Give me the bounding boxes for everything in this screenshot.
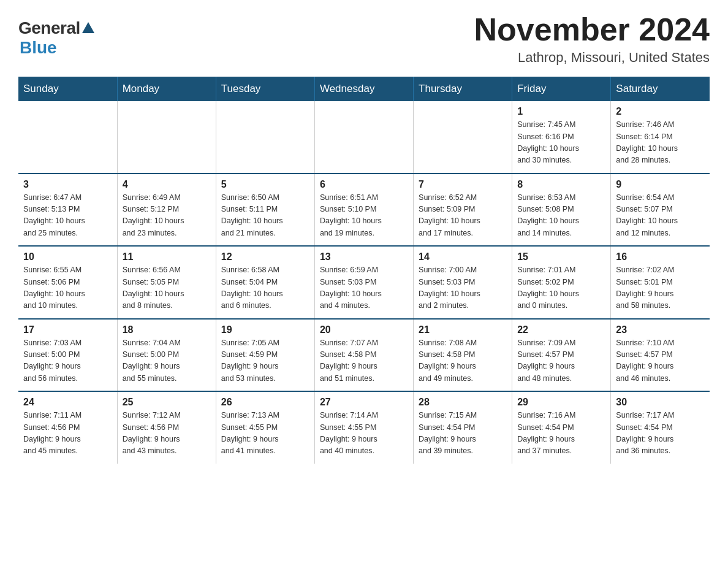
day-number: 11 [123,251,211,262]
day-number: 29 [517,397,605,408]
day-number: 24 [23,397,112,408]
calendar-day-cell: 24Sunrise: 7:11 AM Sunset: 4:56 PM Dayli… [18,391,117,464]
day-info: Sunrise: 7:01 AM Sunset: 5:02 PM Dayligh… [517,264,605,312]
day-info: Sunrise: 7:03 AM Sunset: 5:00 PM Dayligh… [23,337,112,385]
calendar-day-cell: 13Sunrise: 6:59 AM Sunset: 5:03 PM Dayli… [314,246,413,319]
calendar-day-cell: 17Sunrise: 7:03 AM Sunset: 5:00 PM Dayli… [18,319,117,392]
title-area: November 2024 Lathrop, Missouri, United … [474,12,710,66]
calendar-day-cell: 16Sunrise: 7:02 AM Sunset: 5:01 PM Dayli… [611,246,710,319]
calendar-week-row: 17Sunrise: 7:03 AM Sunset: 5:00 PM Dayli… [18,319,710,392]
day-info: Sunrise: 6:56 AM Sunset: 5:05 PM Dayligh… [123,264,211,312]
day-of-week-header: Tuesday [216,77,314,101]
calendar-day-cell [216,101,314,174]
calendar-day-cell: 12Sunrise: 6:58 AM Sunset: 5:04 PM Dayli… [216,246,314,319]
calendar-day-cell: 20Sunrise: 7:07 AM Sunset: 4:58 PM Dayli… [314,319,413,392]
day-info: Sunrise: 7:12 AM Sunset: 4:56 PM Dayligh… [123,410,211,458]
calendar-day-cell: 3Sunrise: 6:47 AM Sunset: 5:13 PM Daylig… [18,174,117,247]
calendar-day-cell: 21Sunrise: 7:08 AM Sunset: 4:58 PM Dayli… [414,319,512,392]
day-number: 7 [419,179,507,190]
day-number: 3 [23,179,112,190]
day-number: 26 [221,397,309,408]
calendar-header-row: SundayMondayTuesdayWednesdayThursdayFrid… [18,77,710,101]
calendar-day-cell: 10Sunrise: 6:55 AM Sunset: 5:06 PM Dayli… [18,246,117,319]
day-number: 27 [320,397,408,408]
day-number: 20 [320,324,408,335]
day-info: Sunrise: 7:10 AM Sunset: 4:57 PM Dayligh… [616,337,705,385]
day-number: 16 [616,251,705,262]
day-number: 22 [517,324,605,335]
logo-blue-text: Blue [20,38,57,58]
day-number: 9 [616,179,705,190]
logo: General Blue [18,18,94,58]
day-info: Sunrise: 7:45 AM Sunset: 6:16 PM Dayligh… [517,119,605,167]
day-number: 28 [419,397,507,408]
calendar-day-cell [414,101,512,174]
day-of-week-header: Saturday [611,77,710,101]
calendar-day-cell: 19Sunrise: 7:05 AM Sunset: 4:59 PM Dayli… [216,319,314,392]
day-of-week-header: Sunday [18,77,117,101]
day-info: Sunrise: 7:11 AM Sunset: 4:56 PM Dayligh… [23,410,112,458]
day-info: Sunrise: 7:16 AM Sunset: 4:54 PM Dayligh… [517,410,605,458]
calendar-day-cell: 11Sunrise: 6:56 AM Sunset: 5:05 PM Dayli… [117,246,216,319]
day-of-week-header: Monday [117,77,216,101]
month-title: November 2024 [474,12,710,47]
calendar-day-cell: 28Sunrise: 7:15 AM Sunset: 4:54 PM Dayli… [414,391,512,464]
day-number: 5 [221,179,309,190]
day-number: 18 [123,324,211,335]
logo-general-text: General [18,18,80,38]
day-number: 30 [616,397,705,408]
location-title: Lathrop, Missouri, United States [474,50,710,66]
calendar-day-cell: 26Sunrise: 7:13 AM Sunset: 4:55 PM Dayli… [216,391,314,464]
day-number: 8 [517,179,605,190]
calendar-day-cell: 6Sunrise: 6:51 AM Sunset: 5:10 PM Daylig… [314,174,413,247]
day-number: 6 [320,179,408,190]
day-of-week-header: Friday [512,77,611,101]
day-number: 2 [616,106,705,117]
calendar-week-row: 3Sunrise: 6:47 AM Sunset: 5:13 PM Daylig… [18,174,710,247]
day-number: 13 [320,251,408,262]
day-info: Sunrise: 6:55 AM Sunset: 5:06 PM Dayligh… [23,264,112,312]
day-info: Sunrise: 7:14 AM Sunset: 4:55 PM Dayligh… [320,410,408,458]
calendar-day-cell: 14Sunrise: 7:00 AM Sunset: 5:03 PM Dayli… [414,246,512,319]
calendar-day-cell: 18Sunrise: 7:04 AM Sunset: 5:00 PM Dayli… [117,319,216,392]
calendar-day-cell: 4Sunrise: 6:49 AM Sunset: 5:12 PM Daylig… [117,174,216,247]
day-number: 19 [221,324,309,335]
calendar-day-cell: 5Sunrise: 6:50 AM Sunset: 5:11 PM Daylig… [216,174,314,247]
day-number: 12 [221,251,309,262]
page-header: General Blue November 2024 Lathrop, Miss… [18,12,710,66]
day-info: Sunrise: 6:52 AM Sunset: 5:09 PM Dayligh… [419,192,507,240]
calendar-day-cell: 23Sunrise: 7:10 AM Sunset: 4:57 PM Dayli… [611,319,710,392]
day-number: 15 [517,251,605,262]
logo-triangle-icon [82,22,94,33]
day-number: 1 [517,106,605,117]
calendar-day-cell [117,101,216,174]
day-number: 17 [23,324,112,335]
calendar-day-cell: 9Sunrise: 6:54 AM Sunset: 5:07 PM Daylig… [611,174,710,247]
day-info: Sunrise: 6:53 AM Sunset: 5:08 PM Dayligh… [517,192,605,240]
day-info: Sunrise: 6:47 AM Sunset: 5:13 PM Dayligh… [23,192,112,240]
calendar-week-row: 1Sunrise: 7:45 AM Sunset: 6:16 PM Daylig… [18,101,710,174]
calendar-day-cell: 7Sunrise: 6:52 AM Sunset: 5:09 PM Daylig… [414,174,512,247]
day-info: Sunrise: 7:46 AM Sunset: 6:14 PM Dayligh… [616,119,705,167]
calendar-day-cell: 15Sunrise: 7:01 AM Sunset: 5:02 PM Dayli… [512,246,611,319]
day-info: Sunrise: 7:00 AM Sunset: 5:03 PM Dayligh… [419,264,507,312]
calendar-day-cell: 22Sunrise: 7:09 AM Sunset: 4:57 PM Dayli… [512,319,611,392]
day-info: Sunrise: 6:50 AM Sunset: 5:11 PM Dayligh… [221,192,309,240]
day-info: Sunrise: 7:02 AM Sunset: 5:01 PM Dayligh… [616,264,705,312]
calendar-day-cell: 29Sunrise: 7:16 AM Sunset: 4:54 PM Dayli… [512,391,611,464]
calendar-week-row: 10Sunrise: 6:55 AM Sunset: 5:06 PM Dayli… [18,246,710,319]
day-info: Sunrise: 7:04 AM Sunset: 5:00 PM Dayligh… [123,337,211,385]
day-info: Sunrise: 6:58 AM Sunset: 5:04 PM Dayligh… [221,264,309,312]
day-info: Sunrise: 7:13 AM Sunset: 4:55 PM Dayligh… [221,410,309,458]
day-info: Sunrise: 6:54 AM Sunset: 5:07 PM Dayligh… [616,192,705,240]
day-of-week-header: Thursday [414,77,512,101]
calendar-table: SundayMondayTuesdayWednesdayThursdayFrid… [18,77,710,464]
day-info: Sunrise: 7:07 AM Sunset: 4:58 PM Dayligh… [320,337,408,385]
calendar-day-cell: 25Sunrise: 7:12 AM Sunset: 4:56 PM Dayli… [117,391,216,464]
day-of-week-header: Wednesday [314,77,413,101]
day-number: 25 [123,397,211,408]
calendar-day-cell: 1Sunrise: 7:45 AM Sunset: 6:16 PM Daylig… [512,101,611,174]
calendar-day-cell: 2Sunrise: 7:46 AM Sunset: 6:14 PM Daylig… [611,101,710,174]
day-info: Sunrise: 7:09 AM Sunset: 4:57 PM Dayligh… [517,337,605,385]
day-info: Sunrise: 7:05 AM Sunset: 4:59 PM Dayligh… [221,337,309,385]
